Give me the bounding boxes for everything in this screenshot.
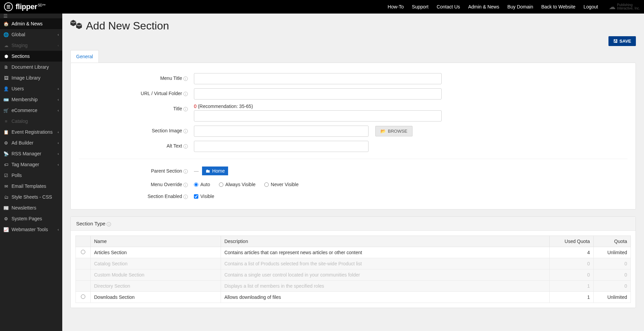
- sidebar-item-label: Membership: [12, 97, 38, 102]
- sidebar-item-newsletters[interactable]: 📰Newsletters: [0, 202, 62, 213]
- sidebar-item-email-templates[interactable]: ✉Email Templates: [0, 181, 62, 192]
- sidebar-item-polls[interactable]: ☑Polls: [0, 170, 62, 181]
- sidebar-item-global[interactable]: 🌐Global‹: [0, 29, 62, 40]
- title-input[interactable]: [194, 110, 442, 122]
- header-link-how-to[interactable]: How-To: [388, 4, 404, 9]
- sidebar-item-sections[interactable]: ⬢Sections: [0, 51, 62, 62]
- sidebar-item-catalog: ≡Catalog: [0, 116, 62, 127]
- table-row[interactable]: Downloads SectionAllows downloading of f…: [76, 292, 631, 303]
- menu-title-input[interactable]: [194, 73, 442, 84]
- info-icon[interactable]: i: [183, 92, 188, 96]
- radio-auto[interactable]: [194, 182, 198, 187]
- sidebar-item-document-library[interactable]: 🗎Document Library: [0, 62, 62, 72]
- title-hint: 0 (Recommendation: 35-65): [194, 104, 442, 109]
- cell-name: Catalog Section: [91, 258, 221, 269]
- sidebar-item-rss-manager[interactable]: 📡RSS Manager‹: [0, 148, 62, 159]
- sidebar-item-ecommerce[interactable]: 🛒eCommerce‹: [0, 105, 62, 116]
- header-link-admin-news[interactable]: Admin & News: [468, 4, 499, 9]
- radio-always-label: Always Visible: [225, 182, 256, 187]
- email-templates-icon: ✉: [3, 184, 9, 189]
- header-link-contact-us[interactable]: Contact Us: [437, 4, 460, 9]
- catalog-icon: ≡: [3, 119, 9, 124]
- menu-override-label: Menu Override: [151, 182, 182, 187]
- sidebar-item-users[interactable]: 👤Users‹: [0, 83, 62, 94]
- browse-button[interactable]: 📂BROWSE: [375, 126, 413, 136]
- parent-section-home[interactable]: 🖿Home: [202, 167, 228, 175]
- sidebar-item-webmaster-tools[interactable]: 📈Webmaster Tools‹: [0, 224, 62, 235]
- sidebar-item-style-sheets-css[interactable]: 🗂Style Sheets - CSS: [0, 192, 62, 202]
- info-icon[interactable]: i: [107, 222, 111, 226]
- title-label: Title: [173, 106, 182, 111]
- save-button[interactable]: 🖫 SAVE: [608, 36, 636, 46]
- sidebar-item-system-pages[interactable]: ⚙System Pages: [0, 213, 62, 224]
- cell-used-quota: 1: [550, 281, 594, 292]
- event-registrations-icon: 📋: [3, 130, 9, 135]
- chevron-left-icon: ‹: [58, 87, 59, 91]
- app-logo: flipperSD™: [4, 2, 45, 11]
- menu-override-never[interactable]: Never Visible: [264, 182, 298, 187]
- cell-description: Allows downloading of files: [221, 292, 549, 303]
- chevron-left-icon: ‹: [58, 43, 59, 47]
- section-image-label: Section Image: [152, 128, 182, 133]
- section-type-panel: Section Typei Name Description Used Quot…: [70, 216, 636, 308]
- menu-override-auto[interactable]: Auto: [194, 182, 210, 187]
- alt-text-input[interactable]: [194, 141, 369, 152]
- cell-used-quota: 0: [550, 258, 594, 269]
- table-row[interactable]: Articles SectionContains articles that c…: [76, 247, 631, 258]
- header-link-back-to-website[interactable]: Back to Website: [541, 4, 575, 9]
- info-icon[interactable]: i: [183, 144, 188, 149]
- sidebar-item-image-library[interactable]: 🖼Image Library: [0, 72, 62, 83]
- info-icon[interactable]: i: [183, 76, 188, 81]
- tag-manager-icon: 🏷: [3, 162, 9, 167]
- header-link-buy-domain[interactable]: Buy Domain: [507, 4, 533, 9]
- sidebar-item-event-registrations[interactable]: 📋Event Registrations‹: [0, 127, 62, 137]
- section-image-input[interactable]: [194, 126, 369, 137]
- cell-name: Downloads Section: [91, 292, 221, 303]
- info-icon[interactable]: i: [183, 183, 188, 187]
- sidebar-item-ad-builder[interactable]: ⚙Ad Builder‹: [0, 137, 62, 148]
- table-row: Directory SectionDisplays a list of memb…: [76, 281, 631, 292]
- sidebar-item-label: Image Library: [12, 75, 41, 81]
- radio-always[interactable]: [219, 182, 223, 187]
- cell-name: Articles Section: [91, 247, 221, 258]
- info-icon[interactable]: i: [183, 169, 188, 174]
- cubes-icon: [70, 20, 82, 32]
- chevron-left-icon: ‹: [58, 97, 59, 102]
- sidebar-item-label: Event Registrations: [12, 129, 52, 135]
- folder-icon: 🖿: [205, 168, 210, 174]
- sidebar-item-tag-manager[interactable]: 🏷Tag Manager‹: [0, 159, 62, 170]
- sidebar-item-staging: ☁Staging‹: [0, 40, 62, 51]
- header-link-logout[interactable]: Logout: [583, 4, 598, 9]
- folder-open-icon: 📂: [380, 129, 386, 134]
- info-icon[interactable]: i: [183, 107, 188, 111]
- col-select: [76, 236, 91, 247]
- sidebar-item-membership[interactable]: 🪪Membership‹: [0, 94, 62, 105]
- browse-button-label: BROWSE: [388, 129, 407, 134]
- users-icon: 👤: [3, 86, 9, 91]
- section-type-radio[interactable]: [81, 294, 85, 299]
- tree-connector: —: [194, 168, 199, 174]
- section-type-radio[interactable]: [81, 250, 85, 254]
- webmaster-tools-icon: 📈: [3, 227, 9, 232]
- radio-never[interactable]: [264, 182, 269, 187]
- info-icon[interactable]: i: [183, 129, 188, 133]
- sidebar-item-admin-news[interactable]: 🏠Admin & News: [0, 18, 62, 29]
- sidebar-item-label: Email Templates: [12, 183, 46, 189]
- publisher-logo: ☁PublishingInteractive, Inc.: [609, 3, 640, 11]
- cell-quota: Unlimited: [594, 247, 631, 258]
- sidebar-item-label: Tag Manager: [12, 162, 39, 167]
- page-header: Add New Section: [70, 20, 636, 32]
- col-name: Name: [91, 236, 221, 247]
- tab-general[interactable]: General: [70, 50, 99, 63]
- document-library-icon: 🗎: [3, 65, 9, 70]
- header-link-support[interactable]: Support: [412, 4, 428, 9]
- url-folder-input[interactable]: [194, 88, 442, 100]
- sidebar-item-label: Ad Builder: [12, 140, 34, 146]
- menu-override-always[interactable]: Always Visible: [219, 182, 256, 187]
- sidebar-item-label: Admin & News: [12, 21, 43, 26]
- visible-checkbox[interactable]: [194, 194, 198, 199]
- page-title: Add New Section: [86, 20, 169, 32]
- visible-label: Visible: [200, 194, 214, 199]
- info-icon[interactable]: i: [183, 195, 188, 199]
- sidebar-toggle[interactable]: ☰: [0, 14, 62, 18]
